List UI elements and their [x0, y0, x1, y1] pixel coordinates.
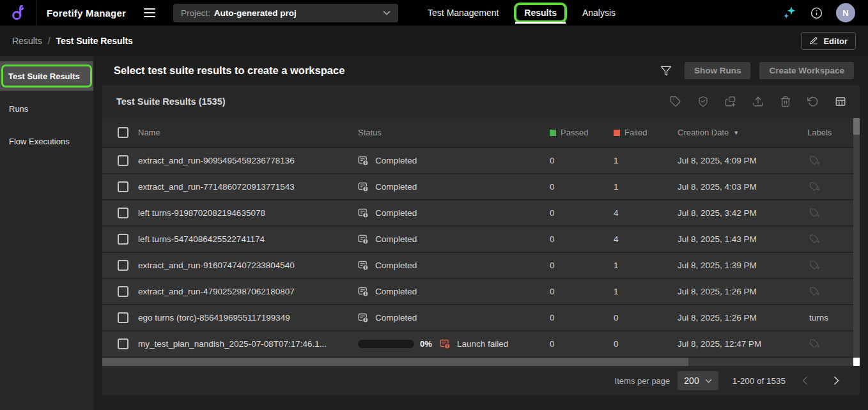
vertical-scrollbar-thumb[interactable]: [853, 118, 860, 135]
upload-icon[interactable]: [752, 96, 764, 107]
editor-button[interactable]: Editor: [801, 32, 856, 50]
table-row[interactable]: extract_and_run-9160747407233804540 Comp…: [102, 253, 853, 279]
previous-page-icon[interactable]: [802, 376, 808, 385]
tab-results[interactable]: Results: [524, 8, 557, 18]
foretellix-logo-icon[interactable]: [0, 0, 36, 26]
test-suite-name: left turns-9198702082194635078: [138, 208, 358, 218]
row-checkbox[interactable]: [118, 181, 128, 192]
row-checkbox[interactable]: [118, 312, 128, 323]
status-text: Completed: [375, 261, 417, 270]
add-label-icon[interactable]: [809, 234, 820, 245]
sparkles-icon[interactable]: [782, 5, 797, 20]
add-label-icon[interactable]: [809, 181, 820, 192]
foretify-manager-app: Foretify Manager Project: Auto-generated…: [0, 0, 868, 410]
column-header-passed[interactable]: Passed: [550, 128, 614, 137]
results-sidebar: Test Suite Results Runs Flow Executions: [0, 56, 93, 410]
add-label-icon[interactable]: [809, 338, 820, 349]
next-page-icon[interactable]: [833, 376, 839, 385]
column-header-creation-date[interactable]: Creation Date ▼: [678, 128, 807, 137]
column-header-labels[interactable]: Labels: [807, 128, 853, 137]
scrollbar-corner: [853, 358, 860, 366]
table-view-icon[interactable]: [835, 96, 846, 107]
passed-swatch: [550, 130, 556, 136]
creation-date: Jul 8, 2025, 4:09 PM: [678, 156, 807, 165]
items-per-page-value: 200: [684, 376, 699, 386]
column-header-failed[interactable]: Failed: [614, 128, 678, 137]
table-row[interactable]: left turns-9198702082194635078 Completed…: [102, 201, 853, 227]
status-report-icon[interactable]: [358, 208, 369, 218]
status-cell: 0% Launch failed: [358, 338, 550, 349]
creation-date: Jul 8, 2025, 4:03 PM: [678, 182, 807, 192]
sidebar-item-runs[interactable]: Runs: [0, 94, 93, 123]
add-label-icon[interactable]: [809, 208, 820, 218]
row-checkbox[interactable]: [118, 260, 128, 271]
status-report-icon[interactable]: [358, 286, 369, 297]
tag-icon[interactable]: [670, 96, 681, 107]
table-row[interactable]: extract_and_run-7714860720913771543 Comp…: [102, 174, 853, 201]
passed-count: 0: [550, 313, 614, 323]
failed-count: 1: [614, 182, 678, 192]
undo-icon[interactable]: [807, 96, 819, 107]
failed-count: 1: [614, 287, 678, 296]
row-checkbox[interactable]: [118, 338, 128, 349]
show-runs-button[interactable]: Show Runs: [685, 62, 751, 79]
labels-cell: turns: [807, 313, 853, 323]
add-label-icon[interactable]: [809, 155, 820, 166]
filter-icon[interactable]: [660, 65, 672, 77]
tab-test-management[interactable]: Test Management: [420, 8, 506, 18]
passed-count: 0: [550, 208, 614, 218]
column-header-status[interactable]: Status: [358, 128, 550, 137]
status-report-icon[interactable]: [358, 155, 369, 166]
horizontal-scrollbar[interactable]: [102, 358, 853, 366]
passed-count: 0: [550, 182, 614, 192]
table-row[interactable]: extract_and_run-9095495459236778136 Comp…: [102, 148, 853, 174]
header-actions: Show Runs Create Workspace: [660, 62, 854, 79]
vertical-scrollbar[interactable]: [853, 118, 860, 366]
add-label-icon[interactable]: [809, 286, 820, 297]
shield-check-icon[interactable]: [697, 96, 709, 107]
add-to-group-icon[interactable]: [725, 96, 736, 107]
status-report-icon[interactable]: [440, 338, 451, 349]
sidebar-item-test-suite-results[interactable]: Test Suite Results: [0, 61, 93, 91]
create-workspace-button[interactable]: Create Workspace: [759, 62, 854, 79]
passed-count: 0: [550, 234, 614, 244]
table-body: extract_and_run-9095495459236778136 Comp…: [102, 148, 853, 358]
panel-titlebar: Test Suite Results (1535): [102, 85, 860, 118]
label-text: turns: [809, 313, 828, 323]
add-label-icon[interactable]: [809, 260, 820, 271]
column-header-name[interactable]: Name: [138, 128, 358, 137]
menu-icon[interactable]: [143, 6, 157, 20]
page-range-text: 1-200 of 1535: [732, 376, 786, 386]
labels-cell: [807, 286, 853, 297]
row-checkbox[interactable]: [118, 208, 128, 218]
status-text: Completed: [375, 208, 417, 218]
sidebar-item-flow-executions[interactable]: Flow Executions: [0, 126, 93, 156]
table-row[interactable]: left turns-5474086425522741174 Completed…: [102, 227, 853, 253]
info-icon[interactable]: [810, 7, 823, 19]
status-cell: Completed: [358, 155, 550, 166]
trash-icon[interactable]: [780, 96, 791, 107]
row-checkbox[interactable]: [118, 155, 128, 166]
user-avatar[interactable]: N: [836, 3, 855, 22]
tab-analysis[interactable]: Analysis: [575, 8, 623, 18]
table-row[interactable]: extract_and_run-4790252987062180807 Comp…: [102, 279, 853, 305]
table-row[interactable]: my_test_plan_nandish_2025-07-08T07:17:46…: [102, 331, 853, 358]
horizontal-scrollbar-thumb[interactable]: [102, 358, 688, 366]
status-report-icon[interactable]: [358, 260, 369, 271]
results-table: Name Status Passed Failed Cre: [102, 118, 860, 366]
status-text: Completed: [375, 182, 417, 192]
select-all-checkbox[interactable]: [118, 127, 128, 138]
pagination-bar: Items per page 200 1-200 of 1535: [102, 366, 860, 395]
tab-results-annotation: Results: [514, 3, 567, 23]
table-row[interactable]: ego turns (torc)-8564196955117199349 Com…: [102, 305, 853, 331]
status-report-icon[interactable]: [358, 181, 369, 192]
items-per-page-select[interactable]: 200: [678, 371, 718, 390]
test-suite-name: extract_and_run-9160747407233804540: [138, 261, 358, 270]
breadcrumb-parent[interactable]: Results: [12, 36, 42, 46]
row-checkbox[interactable]: [118, 234, 128, 245]
row-checkbox[interactable]: [118, 286, 128, 297]
status-report-icon[interactable]: [358, 234, 369, 245]
status-report-icon[interactable]: [358, 312, 369, 323]
project-selector[interactable]: Project: Auto-generated proj: [173, 4, 398, 22]
failed-count: 0: [614, 313, 678, 323]
